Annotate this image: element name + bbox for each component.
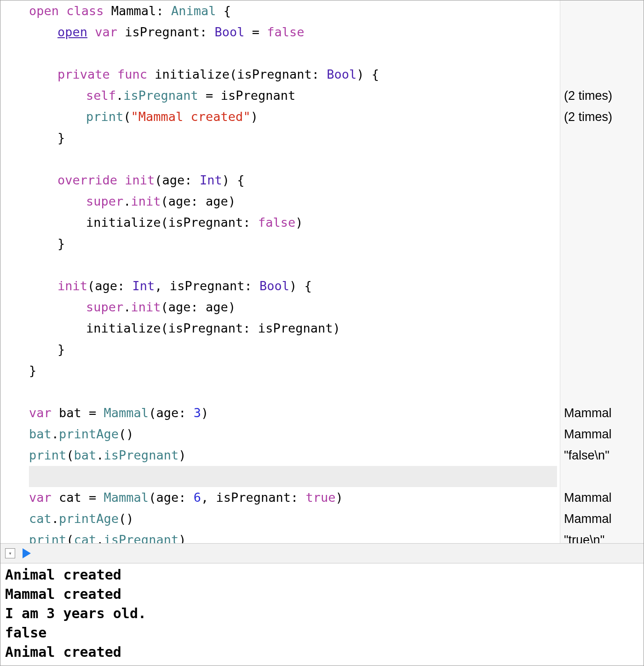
result-line xyxy=(564,297,640,318)
code-line[interactable]: } xyxy=(29,360,557,381)
code-line[interactable]: open class Mammal: Animal { xyxy=(29,0,557,22)
result-line: "false\n" xyxy=(564,445,640,466)
code-line[interactable]: init(age: Int, isPregnant: Bool) { xyxy=(29,276,557,297)
result-line xyxy=(564,318,640,339)
code-line[interactable]: super.init(age: age) xyxy=(29,297,557,318)
console-line: I am 3 years old. xyxy=(5,604,639,623)
run-button[interactable] xyxy=(23,548,31,558)
code-line[interactable] xyxy=(29,381,557,402)
console-line: false xyxy=(5,623,639,643)
code-line[interactable]: super.init(age: age) xyxy=(29,191,557,212)
result-line xyxy=(564,22,640,43)
code-line[interactable]: initialize(isPregnant: isPregnant) xyxy=(29,318,557,339)
code-line[interactable] xyxy=(29,43,557,64)
chevron-down-icon: ▾ xyxy=(8,550,12,557)
code-line[interactable]: var bat = Mammal(age: 3) xyxy=(29,402,557,424)
result-line xyxy=(564,276,640,297)
code-line[interactable]: print(cat.isPregnant) xyxy=(29,529,557,543)
result-line: "true\n" xyxy=(564,529,640,543)
result-line xyxy=(564,360,640,381)
result-line: (2 times) xyxy=(564,106,640,127)
console-output[interactable]: Animal createdMammal createdI am 3 years… xyxy=(0,563,644,666)
code-line[interactable]: } xyxy=(29,339,557,360)
console-line: Animal created xyxy=(5,565,639,585)
result-line xyxy=(564,170,640,191)
code-line[interactable]: initialize(isPregnant: false) xyxy=(29,212,557,233)
editor-area: open class Mammal: Animal {open var isPr… xyxy=(0,0,644,543)
result-line xyxy=(564,233,640,254)
result-line: Mammal xyxy=(564,424,640,445)
debug-dropdown-button[interactable]: ▾ xyxy=(5,548,15,558)
result-line xyxy=(564,254,640,276)
code-line[interactable]: self.isPregnant = isPregnant xyxy=(29,85,557,106)
result-line xyxy=(564,212,640,233)
result-line: (2 times) xyxy=(564,85,640,106)
results-sidebar: (2 times)(2 times) MammalMammal"false\n"… xyxy=(560,0,644,543)
code-line[interactable]: } xyxy=(29,127,557,149)
code-line[interactable]: open var isPregnant: Bool = false xyxy=(29,22,557,43)
console-line: Mammal created xyxy=(5,662,639,666)
code-line[interactable]: override init(age: Int) { xyxy=(29,170,557,191)
result-line: Mammal xyxy=(564,402,640,424)
result-line xyxy=(564,466,640,487)
result-line xyxy=(564,0,640,22)
result-line: Mammal xyxy=(564,487,640,508)
console-line: Animal created xyxy=(5,643,639,662)
code-line[interactable]: private func initialize(isPregnant: Bool… xyxy=(29,64,557,85)
debug-toolbar: ▾ xyxy=(0,543,644,563)
result-line xyxy=(564,381,640,402)
code-line[interactable] xyxy=(29,466,557,487)
result-line xyxy=(564,191,640,212)
result-line xyxy=(564,149,640,170)
result-line: Mammal xyxy=(564,508,640,529)
result-line xyxy=(564,43,640,64)
code-line[interactable]: cat.printAge() xyxy=(29,508,557,529)
code-line[interactable]: print("Mammal created") xyxy=(29,106,557,127)
result-line xyxy=(564,339,640,360)
result-line xyxy=(564,127,640,149)
code-line[interactable] xyxy=(29,254,557,276)
code-line[interactable]: var cat = Mammal(age: 6, isPregnant: tru… xyxy=(29,487,557,508)
code-line[interactable] xyxy=(29,149,557,170)
code-line[interactable]: } xyxy=(29,233,557,254)
result-line xyxy=(564,64,640,85)
line-gutter xyxy=(0,0,26,543)
code-editor[interactable]: open class Mammal: Animal {open var isPr… xyxy=(26,0,560,543)
code-line[interactable]: bat.printAge() xyxy=(29,424,557,445)
code-line[interactable]: print(bat.isPregnant) xyxy=(29,445,557,466)
console-line: Mammal created xyxy=(5,585,639,604)
